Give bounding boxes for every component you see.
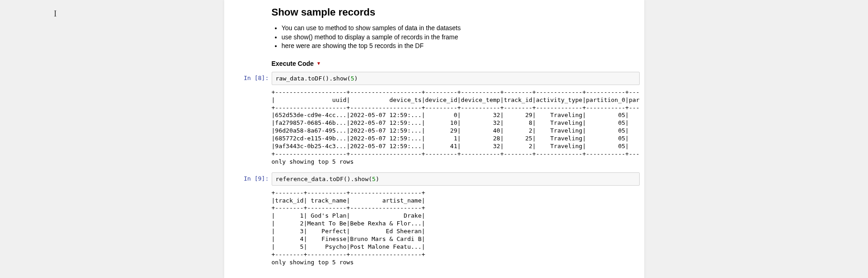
bullet-item: You can use to method to show samples of… (282, 24, 635, 33)
output-cell: +--------------------+------------------… (224, 85, 644, 171)
collapse-toggle[interactable]: Execute Code ▼ (272, 60, 321, 67)
code-line[interactable]: raw_data.toDF().show(5) (272, 72, 639, 85)
section-heading: Show sample records (272, 0, 635, 21)
collapse-label: Execute Code (272, 60, 314, 67)
bullet-item: here were are showing the top 5 records … (282, 42, 635, 51)
input-prompt: In [8]: (229, 72, 272, 81)
bullet-item: use show() method to display a sample of… (282, 33, 635, 42)
output-cell: +--------+-----------+------------------… (224, 186, 644, 271)
triangle-down-icon: ▼ (316, 61, 321, 66)
code-cell[interactable]: In [9]: reference_data.toDF().show(5) (224, 171, 644, 186)
output-text: +--------+-----------+------------------… (272, 188, 640, 267)
input-prompt: In [9]: (229, 172, 272, 182)
text-cursor-icon: I (54, 9, 57, 19)
notebook: Show sample records You can use to metho… (224, 0, 644, 278)
output-text: +--------------------+------------------… (272, 88, 640, 166)
code-input-area[interactable]: reference_data.toDF().show(5) (272, 172, 640, 186)
code-input-area[interactable]: raw_data.toDF().show(5) (272, 72, 640, 85)
code-cell[interactable]: In [8]: raw_data.toDF().show(5) (224, 70, 644, 85)
bullets-list: You can use to method to show samples of… (272, 24, 635, 51)
markdown-cell: Show sample records You can use to metho… (224, 0, 644, 70)
code-line[interactable]: reference_data.toDF().show(5) (272, 173, 639, 185)
